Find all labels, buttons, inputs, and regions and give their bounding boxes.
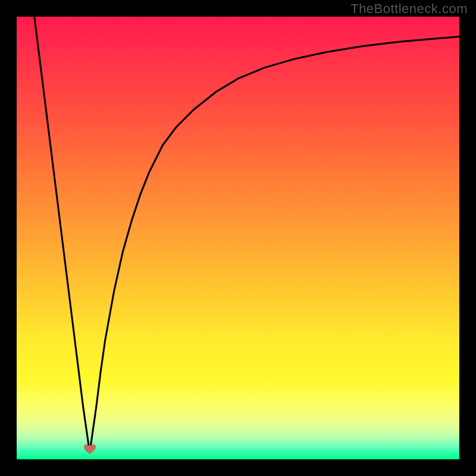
watermark-text: TheBottleneck.com bbox=[350, 1, 468, 17]
curve-left-branch bbox=[35, 17, 90, 453]
curve-layer bbox=[17, 17, 459, 459]
plot-area bbox=[17, 17, 459, 459]
chart-frame: TheBottleneck.com bbox=[0, 0, 476, 476]
curve-right-branch bbox=[90, 36, 459, 452]
minimum-marker-heart-icon bbox=[82, 441, 98, 455]
